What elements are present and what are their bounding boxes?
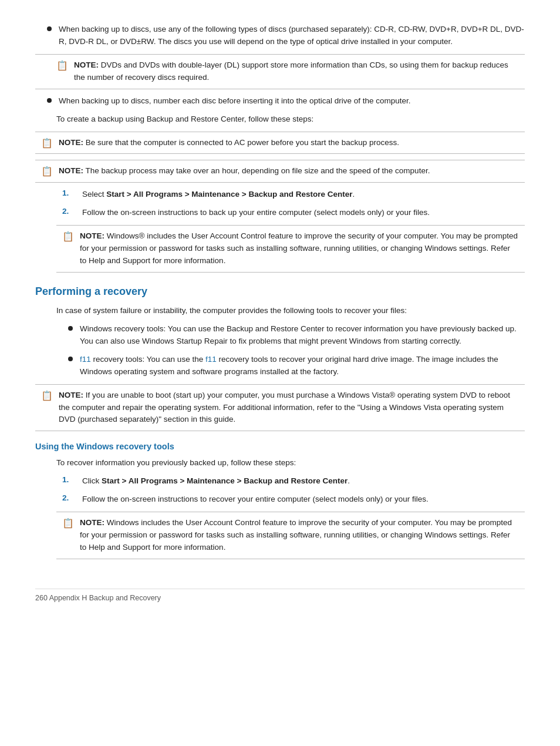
note-icon: 📋	[41, 166, 54, 177]
step-text: Click Start > All Programs > Maintenance…	[82, 475, 525, 488]
note-icon: 📋	[41, 137, 54, 149]
step-2: 2. Follow the on-screen instructions to …	[56, 493, 525, 506]
note-icon: 📋	[41, 390, 54, 401]
performing-intro: In case of system failure or instability…	[35, 305, 525, 317]
step-number: 2.	[62, 207, 79, 216]
note-content: NOTE: The backup process may take over a…	[59, 165, 519, 177]
step-number: 2.	[62, 493, 79, 502]
para-backup-intro: To create a backup using Backup and Rest…	[35, 113, 525, 126]
bullet-dot	[47, 26, 52, 31]
note-icon: 📋	[62, 518, 75, 529]
bullet-text: When backing up to discs, number each di…	[59, 95, 525, 107]
page-footer: 260 Appendix H Backup and Recovery	[35, 589, 525, 602]
f11-link-2[interactable]: f11	[205, 355, 217, 364]
performing-bullets: Windows recovery tools: You can use the …	[35, 323, 525, 378]
bullet-text: Windows recovery tools: You can use the …	[80, 323, 525, 348]
bullet-dot	[68, 357, 73, 361]
bullet-dot	[68, 326, 73, 331]
note-icon: 📋	[56, 60, 69, 71]
note-text: Be sure that the computer is connected t…	[86, 138, 399, 147]
backup-steps: 1. Select Start > All Programs > Mainten…	[35, 189, 525, 273]
note-label: NOTE:	[80, 231, 104, 240]
note-label: NOTE:	[74, 61, 99, 69]
note-content: NOTE: If you are unable to boot (start u…	[59, 389, 519, 426]
list-item: When backing up to discs, number each di…	[35, 95, 525, 107]
step-2: 2. Follow the on-screen instructions to …	[56, 207, 525, 219]
note-content: NOTE: Windows includes the User Account …	[80, 517, 519, 554]
bullet-text: f11 recovery tools: You can use the f11 …	[80, 354, 525, 378]
top-bullets: When backing up to discs, use any of the…	[35, 23, 525, 107]
note-label: NOTE:	[59, 391, 83, 399]
step-text: Follow the on-screen instructions to rec…	[82, 493, 525, 506]
list-item: When backing up to discs, use any of the…	[35, 23, 525, 48]
windows-tools-steps: 1. Click Start > All Programs > Maintena…	[35, 475, 525, 559]
note-box-3: 📋 NOTE: The backup process may take over…	[35, 160, 525, 183]
note-text: If you are unable to boot (start up) you…	[59, 391, 510, 424]
step-number: 1.	[62, 189, 79, 197]
note-text: The backup process may take over an hour…	[86, 166, 430, 175]
note-text: Windows includes the User Account Contro…	[80, 518, 512, 552]
note-box-2: 📋 NOTE: Be sure that the computer is con…	[35, 132, 525, 154]
note-box-windows-tools: 📋 NOTE: Windows includes the User Accoun…	[56, 512, 525, 559]
note-label: NOTE:	[80, 518, 104, 527]
note-box-1: 📋 NOTE: DVDs and DVDs with double-layer …	[35, 54, 525, 89]
note-content: NOTE: Be sure that the computer is conne…	[59, 137, 519, 149]
list-item: Windows recovery tools: You can use the …	[56, 323, 525, 348]
note-box-performing: 📋 NOTE: If you are unable to boot (start…	[35, 384, 525, 432]
page-content: When backing up to discs, use any of the…	[35, 23, 525, 602]
note-label: NOTE:	[59, 166, 83, 175]
note-label: NOTE:	[59, 138, 83, 147]
list-item: f11 recovery tools: You can use the f11 …	[56, 354, 525, 378]
note-text: Windows® includes the User Account Contr…	[80, 231, 518, 265]
windows-recovery-tools-heading: Using the Windows recovery tools	[35, 442, 525, 451]
bullet-text: When backing up to discs, use any of the…	[59, 23, 525, 48]
f11-link-1[interactable]: f11	[80, 355, 91, 364]
bullet-dot	[47, 98, 52, 103]
step-1: 1. Click Start > All Programs > Maintena…	[56, 475, 525, 488]
step-text: Select Start > All Programs > Maintenanc…	[82, 189, 525, 201]
step-number: 1.	[62, 475, 79, 484]
note-content: NOTE: DVDs and DVDs with double-layer (D…	[74, 59, 519, 84]
step-text: Follow the on-screen instructions to bac…	[82, 207, 525, 219]
note-icon: 📋	[62, 231, 75, 242]
windows-tools-intro: To recover information you previously ba…	[35, 457, 525, 469]
note-box-4: 📋 NOTE: Windows® includes the User Accou…	[56, 225, 525, 273]
performing-recovery-heading: Performing a recovery	[35, 285, 525, 298]
note-text: DVDs and DVDs with double-layer (DL) sup…	[74, 61, 508, 82]
note-content: NOTE: Windows® includes the User Account…	[80, 230, 519, 267]
step-1: 1. Select Start > All Programs > Mainten…	[56, 189, 525, 201]
